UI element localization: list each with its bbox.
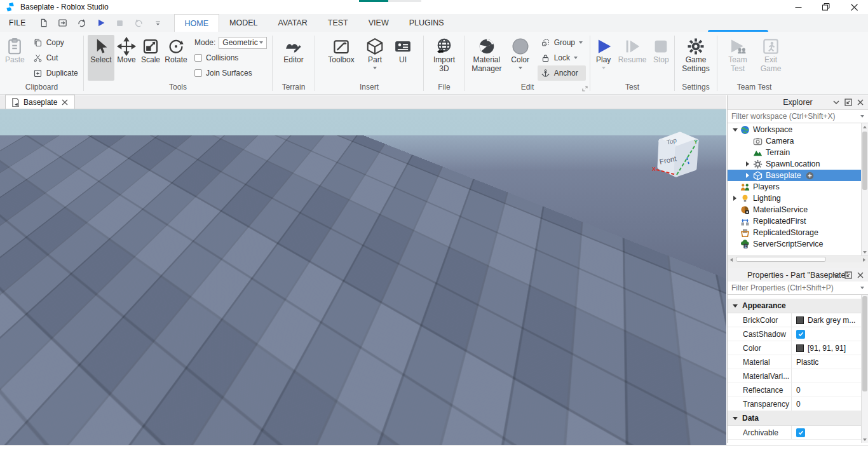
copy-button[interactable]: Copy xyxy=(30,35,81,50)
tab-home[interactable]: HOME xyxy=(174,14,220,32)
explorer-collapse-icon[interactable] xyxy=(831,97,841,107)
document-tab-baseplate[interactable]: Baseplate xyxy=(5,95,75,109)
tab-view[interactable]: VIEW xyxy=(358,14,399,32)
tree-item-replicatedfirst[interactable]: ReplicatedFirst xyxy=(728,215,868,227)
duplicate-button[interactable]: Duplicate xyxy=(30,65,81,81)
collisions-checkbox-row[interactable]: Collisions xyxy=(194,50,267,65)
minimize-button[interactable] xyxy=(784,0,812,14)
resume-button[interactable]: Resume xyxy=(617,35,648,83)
join-surfaces-checkbox[interactable] xyxy=(194,69,202,77)
property-value-color[interactable]: [91, 91, 91] xyxy=(792,341,868,355)
customize-toolbar-icon[interactable] xyxy=(149,15,168,31)
redo-icon[interactable] xyxy=(72,15,92,31)
ui-button[interactable]: UI xyxy=(392,35,414,83)
property-value-archivable[interactable] xyxy=(792,426,868,439)
explorer-close-icon[interactable] xyxy=(855,97,865,107)
play-button[interactable]: Play xyxy=(593,35,614,83)
paste-button[interactable]: Paste xyxy=(4,35,26,83)
undo-icon[interactable] xyxy=(130,15,149,31)
collisions-checkbox[interactable] xyxy=(194,54,202,62)
tree-collapsed-arrow-icon[interactable] xyxy=(743,173,752,178)
property-value-brickcolor[interactable]: Dark grey m... xyxy=(792,313,868,327)
tree-item-players[interactable]: Players xyxy=(728,181,868,193)
game-settings-button[interactable]: Game Settings xyxy=(679,35,713,83)
stop-icon[interactable] xyxy=(111,15,130,31)
tree-item-baseplate[interactable]: Baseplate xyxy=(728,170,868,181)
join-surfaces-checkbox-row[interactable]: Join Surfaces xyxy=(194,65,267,81)
tree-item-workspace[interactable]: Workspace xyxy=(728,124,868,135)
3d-viewport[interactable]: Top Front X Y xyxy=(0,109,726,445)
section-collapse-arrow-icon[interactable] xyxy=(733,304,738,308)
tree-item-serverscriptservice[interactable]: ServerScriptService xyxy=(728,238,868,250)
archivable-checkbox[interactable] xyxy=(796,428,805,437)
mode-dropdown[interactable]: Geometric xyxy=(219,37,267,49)
scale-tool-button[interactable]: Scale xyxy=(139,35,163,83)
scroll-up-icon[interactable] xyxy=(862,123,868,130)
tab-close-icon[interactable] xyxy=(61,99,69,106)
group-button[interactable]: Group xyxy=(538,35,586,50)
property-text-value[interactable]: Plastic xyxy=(796,358,818,367)
property-value-reflectance[interactable]: 0 xyxy=(792,383,868,397)
properties-vertical-scrollbar[interactable] xyxy=(861,295,868,443)
edit-dialog-launcher-icon[interactable] xyxy=(582,86,588,92)
tree-collapsed-arrow-icon[interactable] xyxy=(731,196,739,201)
scroll-down-icon[interactable] xyxy=(862,436,868,443)
brickcolor-color-swatch-icon[interactable] xyxy=(796,316,804,324)
lock-button[interactable]: Lock xyxy=(538,50,586,65)
tree-collapsed-arrow-icon[interactable] xyxy=(743,161,752,166)
plus-badge-icon[interactable] xyxy=(806,172,814,180)
color-button[interactable]: Color xyxy=(508,35,532,83)
cut-button[interactable]: Cut xyxy=(30,50,81,65)
properties-filter-dropdown-icon[interactable] xyxy=(860,287,864,289)
scroll-right-icon[interactable] xyxy=(861,256,867,263)
play-icon[interactable] xyxy=(92,15,111,31)
team-test-button[interactable]: Team Test xyxy=(724,35,751,83)
tree-expanded-arrow-icon[interactable] xyxy=(731,128,739,132)
tree-item-lighting[interactable]: Lighting xyxy=(728,193,868,204)
tree-item-camera[interactable]: Camera xyxy=(728,135,868,147)
part-dropdown-icon[interactable] xyxy=(373,67,377,69)
close-button[interactable] xyxy=(840,0,868,14)
property-text-value[interactable]: 0 xyxy=(796,400,801,409)
explorer-horizontal-scrollbar[interactable] xyxy=(728,255,868,262)
scrollbar-thumb[interactable] xyxy=(736,257,826,262)
tab-test[interactable]: TEST xyxy=(318,14,358,32)
restore-button[interactable] xyxy=(812,0,840,14)
property-text-value[interactable]: Dark grey m... xyxy=(808,316,855,325)
toolbox-button[interactable]: Toolbox xyxy=(325,35,358,83)
exit-game-button[interactable]: Exit Game xyxy=(757,35,784,83)
scroll-down-icon[interactable] xyxy=(862,248,868,255)
anchor-button[interactable]: Anchor xyxy=(538,65,586,81)
stop-button[interactable]: Stop xyxy=(650,35,672,83)
group-dropdown-icon[interactable] xyxy=(579,41,583,44)
properties-collapse-icon[interactable] xyxy=(831,270,841,280)
tree-item-terrain[interactable]: Terrain xyxy=(728,147,868,158)
part-button[interactable]: Part xyxy=(363,35,387,83)
tab-avatar[interactable]: AVATAR xyxy=(268,14,318,32)
property-text-value[interactable]: [91, 91, 91] xyxy=(808,344,846,353)
explorer-dock-icon[interactable] xyxy=(843,97,853,107)
section-header-data[interactable]: Data xyxy=(728,411,868,426)
file-menu-button[interactable]: FILE xyxy=(0,18,34,27)
scroll-left-icon[interactable] xyxy=(728,256,735,263)
scrollbar-thumb[interactable] xyxy=(862,296,867,391)
tree-item-replicatedstorage[interactable]: ReplicatedStorage xyxy=(728,227,868,238)
section-collapse-arrow-icon[interactable] xyxy=(733,417,738,420)
explorer-filter-input[interactable] xyxy=(728,112,860,121)
properties-dock-icon[interactable] xyxy=(843,270,853,280)
properties-close-icon[interactable] xyxy=(855,270,865,280)
explorer-vertical-scrollbar[interactable] xyxy=(861,123,868,255)
color-color-swatch-icon[interactable] xyxy=(796,344,804,352)
lock-dropdown-icon[interactable] xyxy=(574,57,578,59)
tree-item-spawnlocation[interactable]: SpawnLocation xyxy=(728,158,868,170)
new-file-icon[interactable] xyxy=(34,15,53,31)
terrain-editor-button[interactable]: Editor xyxy=(278,35,309,83)
property-text-value[interactable]: 0 xyxy=(796,386,801,395)
open-file-icon[interactable] xyxy=(53,15,72,31)
property-value-transparency[interactable]: 0 xyxy=(792,397,868,411)
tree-item-materialservice[interactable]: MaterialService xyxy=(728,204,868,215)
tab-plugins[interactable]: PLUGINS xyxy=(399,14,454,32)
play-dropdown-icon[interactable] xyxy=(602,67,606,69)
explorer-filter-dropdown-icon[interactable] xyxy=(860,115,864,118)
property-value-castshadow[interactable] xyxy=(792,327,868,341)
